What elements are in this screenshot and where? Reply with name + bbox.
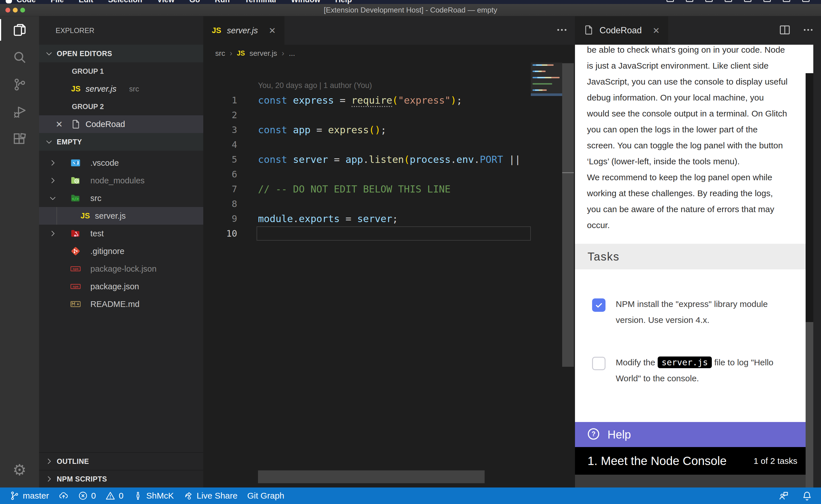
- minimap[interactable]: [531, 63, 562, 112]
- code-line-4[interactable]: 4: [203, 137, 575, 152]
- status-item-notifications[interactable]: [802, 490, 812, 501]
- display-icon[interactable]: [667, 0, 674, 2]
- battery-icon[interactable]: [763, 0, 771, 2]
- code-line-9[interactable]: 9module.exports = server;: [203, 211, 575, 226]
- status-item-warnings[interactable]: 0: [105, 491, 123, 501]
- tree-item-package-json[interactable]: npmpackage.json: [39, 278, 203, 295]
- search-icon[interactable]: [783, 0, 790, 2]
- tree-item-label: node_modules: [90, 176, 144, 185]
- activity-explorer[interactable]: [0, 16, 39, 44]
- line-number: 6: [203, 169, 237, 180]
- code-line-3[interactable]: 3const app = express();: [203, 122, 575, 137]
- webview-scrollbar-thumb[interactable]: [806, 322, 813, 487]
- test-folder-icon: [70, 228, 81, 239]
- editor-group-label: GROUP 2: [39, 98, 203, 115]
- shield-icon[interactable]: [705, 0, 713, 2]
- code-line-8[interactable]: 8: [203, 196, 575, 211]
- code-line-7[interactable]: 7// -- DO NOT EDIT BELOW THIS LINE: [203, 182, 575, 196]
- code-line-6[interactable]: 6: [203, 167, 575, 182]
- code-line-5[interactable]: 5const server = app.listen(process.env.P…: [203, 152, 575, 167]
- mic-icon[interactable]: [744, 0, 751, 2]
- menu-item-help[interactable]: Help: [335, 0, 352, 4]
- code-line-10[interactable]: 10: [203, 226, 575, 241]
- status-item-sync[interactable]: [59, 491, 68, 501]
- menu-item-go[interactable]: Go: [189, 0, 200, 4]
- tab-server-js[interactable]: JS server.js ✕: [203, 16, 285, 45]
- help-button[interactable]: ? Help: [575, 422, 813, 447]
- more-actions-icon[interactable]: [802, 24, 814, 37]
- tab-coderoad[interactable]: CodeRoad ✕: [575, 16, 668, 45]
- activity-extensions[interactable]: [0, 126, 39, 153]
- editor-horizontal-scrollbar[interactable]: [258, 470, 485, 483]
- apple-icon[interactable]: [6, 0, 12, 3]
- minimap-line: [532, 89, 547, 91]
- menu-item-file[interactable]: File: [51, 0, 64, 4]
- menu-item-terminal[interactable]: Terminal: [245, 0, 276, 4]
- status-item-git-branch[interactable]: master: [10, 491, 49, 501]
- section-npm-scripts[interactable]: NPM SCRIPTS: [39, 470, 203, 487]
- chevron-right-icon: [48, 159, 58, 167]
- status-item-git-graph[interactable]: Git Graph: [247, 491, 284, 501]
- activity-source-control[interactable]: [0, 71, 39, 98]
- tree-item--vscode[interactable]: .vscode: [39, 154, 203, 172]
- tree-item--gitignore[interactable]: .gitignore: [39, 242, 203, 260]
- menu-item-run[interactable]: Run: [215, 0, 230, 4]
- tree-item-server-js[interactable]: JSserver.js: [39, 207, 203, 225]
- spacer: [39, 151, 203, 154]
- code-line-2[interactable]: 2: [203, 108, 575, 122]
- more-actions-icon[interactable]: [555, 24, 568, 37]
- status-item-live-share[interactable]: Live Share: [183, 491, 238, 501]
- webview-scrollbar[interactable]: [806, 73, 813, 487]
- menu-item-view[interactable]: View: [157, 0, 174, 4]
- tree-item-node-modules[interactable]: JSnode_modules: [39, 172, 203, 189]
- checkbox-checked[interactable]: [592, 298, 605, 312]
- breadcrumb[interactable]: src›JSserver.js›...: [203, 45, 575, 62]
- tree-item-label: package-lock.json: [90, 264, 156, 274]
- close-window-button[interactable]: [5, 8, 10, 13]
- tree-item-src[interactable]: </>src: [39, 189, 203, 207]
- breadcrumb-item[interactable]: src: [215, 49, 225, 58]
- open-editor-coderoad[interactable]: ✕CodeRoad: [39, 115, 203, 133]
- section-folder-empty[interactable]: EMPTY: [39, 133, 203, 151]
- status-item-label: 0: [118, 491, 123, 501]
- editor-vertical-scrollbar[interactable]: [562, 63, 574, 367]
- checkbox-unchecked[interactable]: [592, 357, 605, 370]
- task-count: 1 of 2 tasks: [754, 456, 797, 466]
- chevron-down-icon[interactable]: [686, 0, 693, 2]
- activity-manage[interactable]: ⚙: [0, 456, 39, 483]
- open-editor-server-js[interactable]: JSserver.jssrc: [39, 80, 203, 98]
- minimize-window-button[interactable]: [13, 8, 18, 13]
- menu-item-edit[interactable]: Edit: [79, 0, 93, 4]
- breadcrumb-item[interactable]: server.js: [250, 49, 277, 58]
- activity-search[interactable]: [0, 44, 39, 71]
- close-tab-icon[interactable]: ✕: [653, 26, 660, 36]
- minimap-current-line: [531, 93, 562, 96]
- breadcrumb-item[interactable]: ...: [289, 49, 295, 58]
- close-tab-icon[interactable]: ✕: [269, 26, 276, 36]
- menu-item-code[interactable]: Code: [17, 0, 36, 4]
- status-item-feedback[interactable]: [778, 490, 789, 501]
- siri-icon[interactable]: [802, 0, 810, 2]
- section-label: OPEN EDITORS: [57, 50, 112, 58]
- maximize-window-button[interactable]: [20, 8, 25, 13]
- coderoad-webview: be able to check what's going on in your…: [575, 45, 813, 487]
- section-label: OUTLINE: [57, 457, 89, 466]
- menu-item-selection[interactable]: Selection: [108, 0, 142, 4]
- status-item-live-share-account[interactable]: ShMcK: [133, 491, 174, 501]
- section-outline[interactable]: OUTLINE: [39, 452, 203, 470]
- play-icon[interactable]: [725, 0, 732, 2]
- menu-item-window[interactable]: Window: [291, 0, 320, 4]
- editor-tab-bar: JS server.js ✕: [203, 16, 575, 45]
- split-editor-icon[interactable]: [779, 24, 791, 37]
- status-item-errors[interactable]: 0: [78, 491, 96, 501]
- tree-item-readme-md[interactable]: README.md: [39, 295, 203, 313]
- level-progress-bar[interactable]: 1. Meet the Node Console 1 of 2 tasks: [575, 447, 813, 475]
- chevron-right-icon: [48, 176, 58, 185]
- tree-item-test[interactable]: test: [39, 225, 203, 242]
- tree-item-package-lock-json[interactable]: npmpackage-lock.json: [39, 260, 203, 278]
- close-editor-icon[interactable]: ✕: [56, 119, 63, 129]
- section-open-editors[interactable]: OPEN EDITORS: [39, 45, 203, 62]
- code-area[interactable]: 1const express = require("express");23co…: [203, 93, 575, 241]
- code-line-1[interactable]: 1const express = require("express");: [203, 93, 575, 108]
- activity-run-debug[interactable]: [0, 98, 39, 126]
